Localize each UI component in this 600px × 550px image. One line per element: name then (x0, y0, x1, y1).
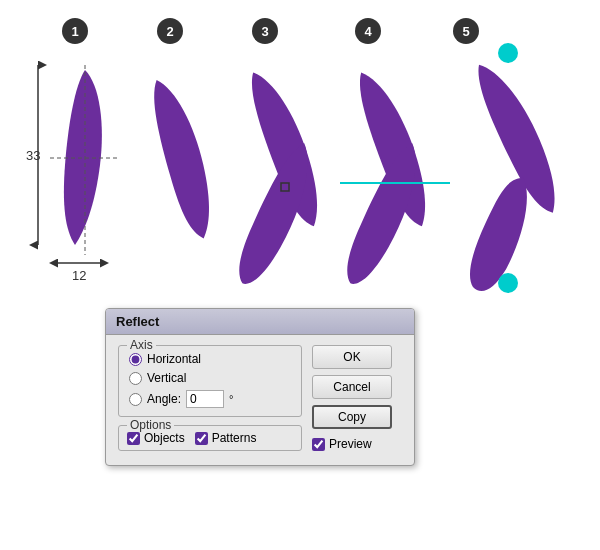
angle-radio[interactable] (129, 393, 142, 406)
horizontal-radio[interactable] (129, 353, 142, 366)
objects-checkbox[interactable] (127, 432, 140, 445)
horizontal-radio-row: Horizontal (129, 352, 291, 366)
options-checkbox-row: Objects Patterns (127, 431, 293, 445)
step-badge-4: 4 (355, 18, 381, 44)
objects-checkbox-item: Objects (127, 431, 185, 445)
step-badge-3: 3 (252, 18, 278, 44)
options-label: Options (127, 418, 174, 432)
degree-symbol: ° (229, 393, 233, 405)
step5-svg (440, 35, 570, 295)
axis-label: Axis (127, 338, 156, 352)
reflect-dialog: Reflect Axis Horizontal Vertical Angle: … (105, 308, 415, 466)
step2-svg (140, 45, 230, 285)
preview-label: Preview (329, 437, 372, 451)
vertical-radio-row: Vertical (129, 371, 291, 385)
angle-row: Angle: ° (129, 390, 291, 408)
objects-label: Objects (144, 431, 185, 445)
step1-svg: 33 12 (20, 45, 130, 285)
svg-point-9 (498, 273, 518, 293)
step4-svg (335, 45, 455, 295)
dialog-left-panel: Axis Horizontal Vertical Angle: ° (118, 345, 302, 451)
svg-point-8 (498, 43, 518, 63)
svg-text:12: 12 (72, 268, 86, 283)
cancel-button[interactable]: Cancel (312, 375, 392, 399)
illustration-area: 1 2 3 4 5 33 12 (0, 0, 600, 300)
patterns-label: Patterns (212, 431, 257, 445)
svg-text:33: 33 (26, 148, 40, 163)
options-group: Options Objects Patterns (118, 425, 302, 451)
dialog-right-panel: OK Cancel Copy Preview (312, 345, 402, 451)
patterns-checkbox[interactable] (195, 432, 208, 445)
step3-svg (232, 45, 342, 295)
axis-group: Axis Horizontal Vertical Angle: ° (118, 345, 302, 417)
ok-button[interactable]: OK (312, 345, 392, 369)
vertical-radio[interactable] (129, 372, 142, 385)
copy-button[interactable]: Copy (312, 405, 392, 429)
dialog-title: Reflect (106, 309, 414, 335)
vertical-label: Vertical (147, 371, 186, 385)
step-badge-2: 2 (157, 18, 183, 44)
horizontal-label: Horizontal (147, 352, 201, 366)
preview-checkbox[interactable] (312, 438, 325, 451)
step-badge-1: 1 (62, 18, 88, 44)
preview-row: Preview (312, 437, 402, 451)
patterns-checkbox-item: Patterns (195, 431, 257, 445)
angle-label: Angle: (147, 392, 181, 406)
angle-input[interactable] (186, 390, 224, 408)
